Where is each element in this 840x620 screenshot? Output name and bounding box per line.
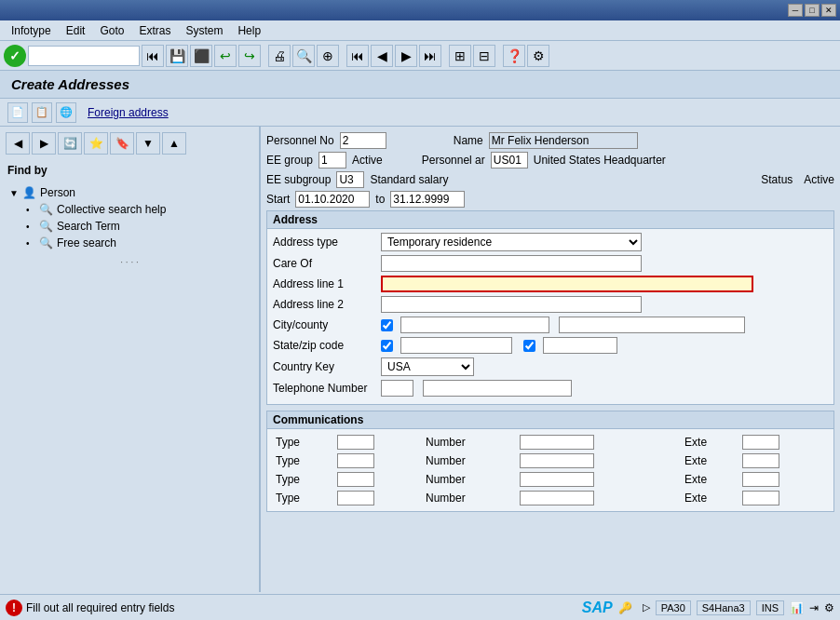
ee-group-input[interactable]: [318, 152, 346, 168]
country-key-select[interactable]: USA: [381, 357, 474, 376]
start-date-input[interactable]: [295, 191, 370, 208]
nav-bookmark-btn[interactable]: 🔖: [110, 132, 134, 155]
help-button[interactable]: ❓: [503, 45, 525, 67]
next-page-button[interactable]: ▶: [395, 45, 417, 67]
county-input[interactable]: [559, 317, 745, 333]
nav-forward-button[interactable]: ↪: [238, 45, 261, 67]
name-input[interactable]: [489, 132, 638, 149]
nav-down-btn[interactable]: ▼: [136, 132, 160, 155]
address-type-select[interactable]: Temporary residence: [381, 233, 642, 251]
tree-person-children: • 🔍 Collective search help • 🔍 Search Te…: [6, 201, 253, 251]
tree-expand-icon: ▼: [9, 188, 19, 198]
tree-search-term-label: Search Term: [57, 220, 120, 233]
city-county-checkbox[interactable]: [381, 319, 393, 331]
comm-number-label-1: Number: [426, 436, 466, 449]
tree-collective-search[interactable]: • 🔍 Collective search help: [22, 201, 253, 218]
maximize-button[interactable]: □: [805, 4, 820, 17]
care-of-input[interactable]: [381, 255, 642, 272]
nav-up-btn[interactable]: ▲: [162, 132, 186, 155]
last-page-button[interactable]: ⏭: [419, 45, 441, 67]
stop-button[interactable]: ⬛: [190, 45, 212, 67]
comm-number-input-4[interactable]: [520, 491, 594, 505]
screen-layout2-button[interactable]: ⊟: [473, 45, 495, 67]
nav-back-btn[interactable]: ◀: [6, 132, 30, 155]
care-of-row: Care Of: [273, 255, 828, 272]
page-title: Create Addresses: [11, 76, 129, 92]
close-button[interactable]: ✕: [821, 4, 836, 17]
comm-row-1: Type Number Exte: [273, 433, 828, 452]
communications-body: Type Number Exte Type Number: [267, 429, 833, 511]
name-label: Name: [454, 134, 483, 147]
system-badge: PA30: [656, 600, 691, 615]
comm-type-input-1[interactable]: [337, 435, 374, 450]
status-expand-icon: ⇥: [809, 601, 819, 614]
menu-edit[interactable]: Edit: [59, 22, 93, 39]
address-section-header: Address: [267, 211, 833, 229]
comm-type-input-3[interactable]: [337, 472, 374, 487]
nav-back-button[interactable]: ↩: [214, 45, 237, 67]
back-begin-button[interactable]: ⏮: [142, 45, 164, 67]
state-input[interactable]: [400, 337, 512, 354]
screen-layout-button[interactable]: ⊞: [449, 45, 471, 67]
menu-help[interactable]: Help: [230, 22, 268, 39]
comm-number-input-3[interactable]: [520, 472, 594, 487]
comm-row-3: Type Number Exte: [273, 470, 828, 489]
foreign-address-link[interactable]: Foreign address: [80, 106, 169, 119]
nav-star-btn[interactable]: ⭐: [84, 132, 108, 155]
comm-exte-input-1[interactable]: [742, 435, 779, 450]
nav-forward-btn[interactable]: ▶: [32, 132, 56, 155]
tree-person[interactable]: ▼ 👤 Person: [6, 184, 253, 201]
personnel-no-input[interactable]: [340, 132, 386, 149]
status-chart-icon: 📊: [790, 601, 804, 614]
comm-exte-input-3[interactable]: [742, 472, 779, 487]
prev-page-button[interactable]: ◀: [371, 45, 393, 67]
personnel-ar-input[interactable]: [491, 152, 528, 168]
tree-search-term[interactable]: • 🔍 Search Term: [22, 218, 253, 235]
subtool-btn3[interactable]: 🌐: [56, 102, 76, 123]
menu-system[interactable]: System: [178, 22, 230, 39]
comm-number-input-1[interactable]: [520, 435, 594, 450]
save-button[interactable]: 💾: [166, 45, 188, 67]
hq-label: United States Headquarter: [534, 154, 666, 167]
tree-dot3: •: [26, 238, 35, 249]
comm-type-input-4[interactable]: [337, 491, 374, 505]
find-button[interactable]: 🔍: [292, 45, 315, 67]
status-icon1: 🔑: [618, 601, 637, 614]
print-button[interactable]: 🖨: [268, 45, 291, 67]
address-line1-input[interactable]: [381, 276, 753, 292]
zip-input[interactable]: [543, 337, 617, 354]
comm-exte-input-4[interactable]: [742, 491, 779, 505]
toolbar: ✓ ⏮ 💾 ⬛ ↩ ↪ 🖨 🔍 ⊕ ⏮ ◀ ▶ ⏭ ⊞ ⊟ ❓ ⚙: [0, 41, 840, 71]
command-input[interactable]: [28, 46, 140, 66]
zip-checkbox[interactable]: [523, 340, 535, 352]
first-page-button[interactable]: ⏮: [346, 45, 369, 67]
telephone-num-input[interactable]: [423, 380, 572, 397]
status-bar: ! Fill out all required entry fields SAP…: [0, 594, 840, 620]
toolbar-sep4: [497, 45, 501, 67]
comm-type-label-2: Type: [276, 454, 300, 467]
collective-search-icon: 🔍: [39, 203, 53, 216]
city-input[interactable]: [400, 317, 549, 333]
menu-goto[interactable]: Goto: [92, 22, 131, 39]
start-label: Start: [266, 193, 290, 206]
tree-free-search[interactable]: • 🔍 Free search: [22, 235, 253, 251]
find-next-button[interactable]: ⊕: [317, 45, 339, 67]
subtool-btn1[interactable]: 📄: [7, 102, 28, 123]
comm-type-input-2[interactable]: [337, 453, 374, 468]
comm-exte-input-2[interactable]: [742, 453, 779, 468]
confirm-button[interactable]: ✓: [4, 45, 26, 67]
minimize-button[interactable]: ─: [788, 4, 803, 17]
personnel-row3: EE subgroup Standard salary Status Activ…: [266, 171, 834, 188]
comm-type-label-4: Type: [276, 492, 300, 505]
telephone-ext-input[interactable]: [381, 380, 413, 397]
ee-subgroup-input[interactable]: [336, 171, 364, 188]
comm-number-input-2[interactable]: [520, 453, 594, 468]
settings-button[interactable]: ⚙: [527, 45, 549, 67]
end-date-input[interactable]: [390, 191, 465, 208]
nav-refresh-btn[interactable]: 🔄: [58, 132, 82, 155]
address-line2-input[interactable]: [381, 296, 642, 313]
menu-extras[interactable]: Extras: [131, 22, 178, 39]
subtool-btn2[interactable]: 📋: [32, 102, 52, 123]
menu-infotype[interactable]: Infotype: [4, 22, 59, 39]
state-checkbox[interactable]: [381, 340, 393, 352]
